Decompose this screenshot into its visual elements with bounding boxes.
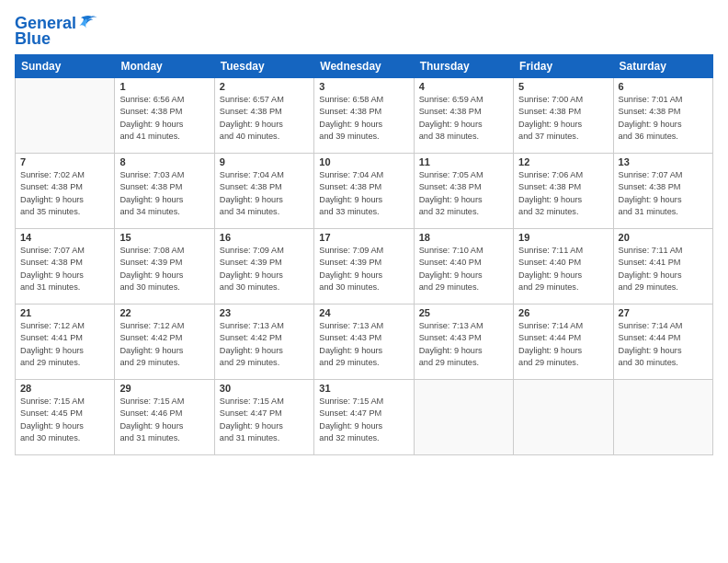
calendar-cell: 29Sunrise: 7:15 AMSunset: 4:46 PMDayligh… xyxy=(115,380,214,455)
day-number: 7 xyxy=(20,156,109,167)
calendar-cell xyxy=(414,380,513,455)
calendar-cell: 20Sunrise: 7:11 AMSunset: 4:41 PMDayligh… xyxy=(613,229,712,304)
day-number: 16 xyxy=(220,232,309,243)
calendar-cell: 3Sunrise: 6:58 AMSunset: 4:38 PMDaylight… xyxy=(314,78,414,154)
calendar-cell: 8Sunrise: 7:03 AMSunset: 4:38 PMDaylight… xyxy=(115,154,214,229)
day-info: Sunrise: 7:14 AMSunset: 4:44 PMDaylight:… xyxy=(619,320,708,369)
calendar-cell xyxy=(514,380,613,455)
calendar-cell: 7Sunrise: 7:02 AMSunset: 4:38 PMDaylight… xyxy=(16,154,115,229)
calendar-cell: 4Sunrise: 6:59 AMSunset: 4:38 PMDaylight… xyxy=(414,78,513,154)
calendar-cell: 22Sunrise: 7:12 AMSunset: 4:42 PMDayligh… xyxy=(115,304,214,380)
day-number: 11 xyxy=(419,156,508,167)
day-info: Sunrise: 7:10 AMSunset: 4:40 PMDaylight:… xyxy=(419,245,508,293)
calendar-week-row: 14Sunrise: 7:07 AMSunset: 4:38 PMDayligh… xyxy=(16,229,713,304)
day-info: Sunrise: 7:06 AMSunset: 4:38 PMDaylight:… xyxy=(518,169,608,218)
col-header-thursday: Thursday xyxy=(414,55,513,78)
day-number: 15 xyxy=(119,232,209,243)
day-info: Sunrise: 7:13 AMSunset: 4:42 PMDaylight:… xyxy=(220,320,309,369)
calendar-cell: 23Sunrise: 7:13 AMSunset: 4:42 PMDayligh… xyxy=(214,304,313,380)
day-info: Sunrise: 7:15 AMSunset: 4:45 PMDaylight:… xyxy=(20,396,109,444)
calendar-cell: 25Sunrise: 7:13 AMSunset: 4:43 PMDayligh… xyxy=(414,304,513,380)
day-info: Sunrise: 7:02 AMSunset: 4:38 PMDaylight:… xyxy=(20,169,109,218)
calendar-cell: 10Sunrise: 7:04 AMSunset: 4:38 PMDayligh… xyxy=(314,154,414,229)
day-number: 22 xyxy=(119,307,209,318)
day-info: Sunrise: 7:07 AMSunset: 4:38 PMDaylight:… xyxy=(20,245,109,293)
calendar-cell: 13Sunrise: 7:07 AMSunset: 4:38 PMDayligh… xyxy=(613,154,712,229)
day-number: 13 xyxy=(619,156,708,167)
calendar-cell: 28Sunrise: 7:15 AMSunset: 4:45 PMDayligh… xyxy=(16,380,115,455)
day-number: 3 xyxy=(319,81,408,92)
calendar-cell xyxy=(16,78,115,154)
day-number: 29 xyxy=(119,383,209,394)
day-info: Sunrise: 6:58 AMSunset: 4:38 PMDaylight:… xyxy=(319,94,408,143)
day-number: 30 xyxy=(220,383,309,394)
logo: General Blue xyxy=(15,13,98,49)
day-number: 12 xyxy=(518,156,608,167)
day-info: Sunrise: 7:15 AMSunset: 4:47 PMDaylight:… xyxy=(319,396,408,444)
day-info: Sunrise: 7:04 AMSunset: 4:38 PMDaylight:… xyxy=(319,169,408,218)
calendar-week-row: 1Sunrise: 6:56 AMSunset: 4:38 PMDaylight… xyxy=(16,78,713,154)
day-info: Sunrise: 7:13 AMSunset: 4:43 PMDaylight:… xyxy=(419,320,508,369)
day-number: 17 xyxy=(319,232,408,243)
calendar-week-row: 21Sunrise: 7:12 AMSunset: 4:41 PMDayligh… xyxy=(16,304,713,380)
day-number: 23 xyxy=(220,307,309,318)
day-info: Sunrise: 7:15 AMSunset: 4:46 PMDaylight:… xyxy=(119,396,209,444)
logo-bird-icon xyxy=(78,13,98,33)
calendar-cell: 9Sunrise: 7:04 AMSunset: 4:38 PMDaylight… xyxy=(214,154,313,229)
calendar-table: SundayMondayTuesdayWednesdayThursdayFrid… xyxy=(15,54,713,455)
calendar-cell: 5Sunrise: 7:00 AMSunset: 4:38 PMDaylight… xyxy=(514,78,613,154)
calendar-cell xyxy=(613,380,712,455)
day-number: 20 xyxy=(619,232,708,243)
day-number: 9 xyxy=(220,156,309,167)
day-number: 5 xyxy=(518,81,608,92)
day-number: 24 xyxy=(319,307,408,318)
calendar-cell: 15Sunrise: 7:08 AMSunset: 4:39 PMDayligh… xyxy=(115,229,214,304)
day-info: Sunrise: 7:01 AMSunset: 4:38 PMDaylight:… xyxy=(619,94,708,143)
col-header-tuesday: Tuesday xyxy=(214,55,313,78)
day-info: Sunrise: 7:15 AMSunset: 4:47 PMDaylight:… xyxy=(220,396,309,444)
page: General Blue SundayMondayTuesdayWednesda… xyxy=(0,0,728,563)
col-header-saturday: Saturday xyxy=(613,55,712,78)
day-info: Sunrise: 7:03 AMSunset: 4:38 PMDaylight:… xyxy=(119,169,209,218)
day-number: 2 xyxy=(220,81,309,92)
calendar-cell: 24Sunrise: 7:13 AMSunset: 4:43 PMDayligh… xyxy=(314,304,414,380)
calendar-cell: 30Sunrise: 7:15 AMSunset: 4:47 PMDayligh… xyxy=(214,380,313,455)
day-number: 31 xyxy=(319,383,408,394)
day-info: Sunrise: 6:56 AMSunset: 4:38 PMDaylight:… xyxy=(119,94,209,143)
calendar-cell: 19Sunrise: 7:11 AMSunset: 4:40 PMDayligh… xyxy=(514,229,613,304)
col-header-wednesday: Wednesday xyxy=(314,55,414,78)
day-number: 27 xyxy=(619,307,708,318)
day-info: Sunrise: 7:09 AMSunset: 4:39 PMDaylight:… xyxy=(319,245,408,293)
calendar-cell: 14Sunrise: 7:07 AMSunset: 4:38 PMDayligh… xyxy=(16,229,115,304)
calendar-cell: 1Sunrise: 6:56 AMSunset: 4:38 PMDaylight… xyxy=(115,78,214,154)
day-number: 18 xyxy=(419,232,508,243)
day-number: 1 xyxy=(119,81,209,92)
col-header-monday: Monday xyxy=(115,55,214,78)
col-header-friday: Friday xyxy=(514,55,613,78)
calendar-week-row: 7Sunrise: 7:02 AMSunset: 4:38 PMDaylight… xyxy=(16,154,713,229)
day-info: Sunrise: 7:12 AMSunset: 4:42 PMDaylight:… xyxy=(119,320,209,369)
day-info: Sunrise: 7:05 AMSunset: 4:38 PMDaylight:… xyxy=(419,169,508,218)
calendar-cell: 26Sunrise: 7:14 AMSunset: 4:44 PMDayligh… xyxy=(514,304,613,380)
day-info: Sunrise: 7:11 AMSunset: 4:41 PMDaylight:… xyxy=(619,245,708,293)
calendar-cell: 31Sunrise: 7:15 AMSunset: 4:47 PMDayligh… xyxy=(314,380,414,455)
calendar-cell: 2Sunrise: 6:57 AMSunset: 4:38 PMDaylight… xyxy=(214,78,313,154)
col-header-sunday: Sunday xyxy=(16,55,115,78)
day-info: Sunrise: 7:07 AMSunset: 4:38 PMDaylight:… xyxy=(619,169,708,218)
day-number: 6 xyxy=(619,81,708,92)
day-info: Sunrise: 7:00 AMSunset: 4:38 PMDaylight:… xyxy=(518,94,608,143)
day-number: 21 xyxy=(20,307,109,318)
calendar-cell: 17Sunrise: 7:09 AMSunset: 4:39 PMDayligh… xyxy=(314,229,414,304)
day-info: Sunrise: 7:08 AMSunset: 4:39 PMDaylight:… xyxy=(119,245,209,293)
day-number: 14 xyxy=(20,232,109,243)
day-info: Sunrise: 7:04 AMSunset: 4:38 PMDaylight:… xyxy=(220,169,309,218)
calendar-week-row: 28Sunrise: 7:15 AMSunset: 4:45 PMDayligh… xyxy=(16,380,713,455)
day-number: 4 xyxy=(419,81,508,92)
day-number: 8 xyxy=(119,156,209,167)
day-number: 10 xyxy=(319,156,408,167)
day-info: Sunrise: 7:14 AMSunset: 4:44 PMDaylight:… xyxy=(518,320,608,369)
calendar-cell: 18Sunrise: 7:10 AMSunset: 4:40 PMDayligh… xyxy=(414,229,513,304)
calendar-cell: 11Sunrise: 7:05 AMSunset: 4:38 PMDayligh… xyxy=(414,154,513,229)
calendar-cell: 6Sunrise: 7:01 AMSunset: 4:38 PMDaylight… xyxy=(613,78,712,154)
day-info: Sunrise: 6:59 AMSunset: 4:38 PMDaylight:… xyxy=(419,94,508,143)
